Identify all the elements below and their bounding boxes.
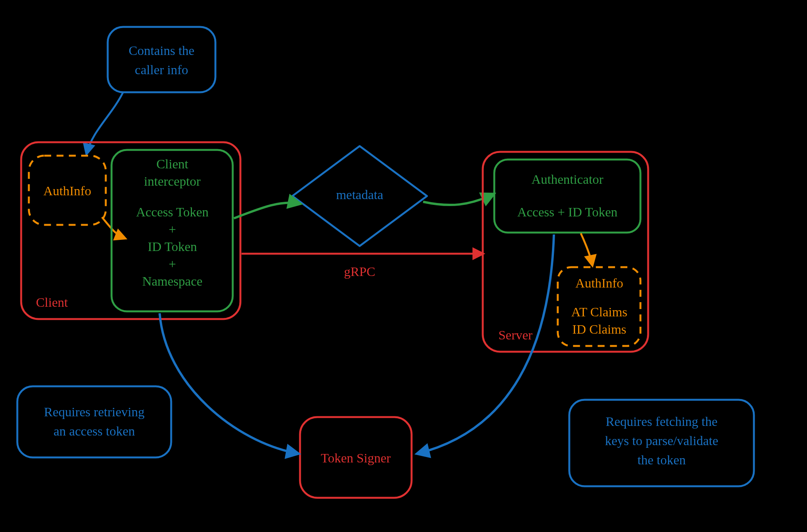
callout-caller-info-line1: Contains the [129,43,195,58]
authinfo-server-title: AuthInfo [575,276,624,290]
arrow-authinfo-to-interceptor [102,217,125,238]
client-interceptor-plus1: + [168,222,176,236]
callout-caller-info [108,27,215,92]
authenticator-box [494,160,640,233]
callout-fetch-line3: the token [637,453,686,467]
arrow-authenticator-to-authinfo [581,233,592,265]
authinfo-client-text: AuthInfo [43,184,92,198]
server-label: Server [499,328,533,342]
authenticator-line1: Access + ID Token [517,205,618,219]
authenticator-title: Authenticator [532,172,604,186]
auth-flow-diagram: Contains the caller info Client AuthInfo… [0,0,807,532]
callout-caller-info-line2: caller info [135,63,188,77]
client-interceptor-title-l2: interceptor [144,174,201,188]
metadata-label: metadata [336,188,383,202]
client-interceptor-ns: Namespace [142,274,203,288]
callout-fetch-line2: keys to parse/validate [605,434,719,448]
client-interceptor-title-l1: Client [156,157,188,171]
arrow-callerinfo-to-authinfo [87,92,123,154]
client-interceptor-id: ID Token [148,239,197,254]
callout-retrieve-line2: an access token [53,424,135,438]
callout-fetch-line1: Requires fetching the [606,414,718,429]
callout-retrieve-token [17,386,171,457]
metadata-diamond: metadata [292,146,427,246]
token-signer-label: Token Signer [321,451,391,465]
arrow-interceptor-to-tokensigner [160,313,298,454]
authinfo-server-id: ID Claims [572,322,627,336]
client-interceptor-access: Access Token [136,205,209,219]
client-interceptor-plus2: + [168,257,176,271]
client-container [21,142,240,319]
grpc-label: gRPC [344,264,375,279]
arrow-interceptor-to-metadata [234,203,300,218]
client-label: Client [36,295,68,309]
callout-retrieve-line1: Requires retrieving [44,405,145,419]
authinfo-server-at: AT Claims [571,305,627,319]
